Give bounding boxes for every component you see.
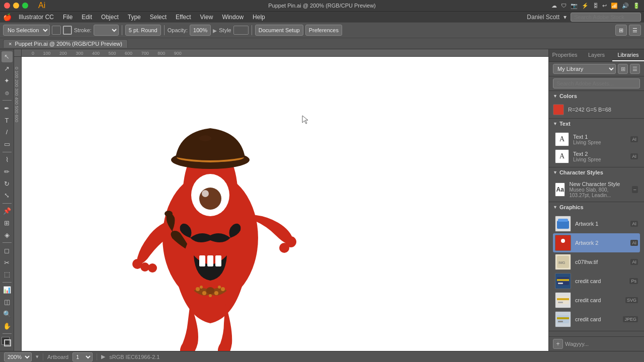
menu-file[interactable]: File — [59, 13, 76, 21]
panel-scroll[interactable]: ▼ Colors R=242 G=5 B=68 ▼ Text — [549, 91, 644, 336]
preferences-button[interactable]: Preferences — [305, 25, 342, 36]
graphic-item-tif[interactable]: IMG c07lhw.tif AI — [553, 252, 640, 272]
char-style-item-1[interactable]: Aa New Character Style Museo Slab, 800, … — [553, 179, 640, 200]
tab-layers[interactable]: Layers — [581, 49, 612, 61]
graphic-item-cc-ps[interactable]: credit card Ps — [553, 272, 640, 291]
pen-tool[interactable]: ✒ — [2, 103, 13, 114]
doc-tab-close[interactable]: × — [9, 41, 12, 47]
gradient-tool[interactable]: ◫ — [2, 297, 13, 308]
arrange-button[interactable]: ⊞ — [615, 25, 627, 36]
svg-point-13 — [165, 211, 173, 217]
paintbrush-tool[interactable]: ⌇ — [2, 154, 13, 165]
stroke-box[interactable] — [4, 339, 11, 346]
library-more-options[interactable]: ☰ — [630, 64, 640, 74]
extras-button[interactable]: ☰ — [629, 25, 641, 36]
text-name-1: Text 1 — [573, 134, 601, 140]
menu-type[interactable]: Type — [124, 13, 145, 21]
apple-menu[interactable]: 🍎 — [3, 13, 12, 21]
panel-tabs: Properties Layers Libraries — [549, 49, 644, 62]
menu-effect[interactable]: Effect — [172, 13, 195, 21]
selection-tool[interactable]: ↖ — [2, 51, 13, 62]
char-styles-content: Aa New Character Style Museo Slab, 800, … — [549, 177, 644, 202]
graphic-item-cc-svg[interactable]: credit card SVG — [553, 291, 640, 310]
pencil-tool[interactable]: ✏ — [2, 166, 13, 177]
text-content: A Text 1 Living Spree AI A Text 2 Living… — [549, 129, 644, 167]
scale-tool[interactable]: ⤡ — [2, 190, 13, 201]
tif-name: c07lhw.tif — [575, 259, 626, 265]
char-style-delete[interactable]: − — [632, 186, 638, 193]
zoom-select[interactable]: 200% — [4, 352, 32, 361]
artboard-tool[interactable]: ⬚ — [2, 269, 13, 280]
canvas-area[interactable]: 0 100 200 300 400 500 600 700 800 900 0 … — [14, 49, 548, 351]
shape-builder-tool[interactable]: ◈ — [2, 230, 13, 241]
text-info-2: Text 2 Living Spree — [573, 151, 601, 162]
char-styles-header[interactable]: ▼ Character Styles — [549, 167, 644, 177]
hand-tool[interactable]: ✋ — [2, 320, 13, 331]
selection-dropdown[interactable]: No Selection — [3, 25, 50, 36]
direct-selection-tool[interactable]: ↗ — [2, 63, 13, 74]
search-adobe-stock[interactable] — [571, 13, 641, 22]
colors-section-header[interactable]: ▼ Colors — [549, 91, 644, 101]
document-setup-button[interactable]: Document Setup — [255, 25, 303, 36]
add-to-library-button[interactable]: + — [553, 339, 563, 349]
eraser-tool[interactable]: ◻ — [2, 245, 13, 256]
puppet-pin-tool[interactable]: 📌 — [2, 206, 13, 217]
user-chevron[interactable]: ▾ — [564, 14, 567, 21]
menu-select[interactable]: Select — [146, 13, 171, 21]
toolbar: No Selection Stroke: 5 pt. Round Opacity… — [0, 22, 644, 38]
cc-jpeg-badge: JPEG — [623, 316, 638, 322]
character-styles-section: ▼ Character Styles Aa New Character Styl… — [549, 167, 644, 202]
cursor — [301, 115, 311, 126]
stroke-color-swatch[interactable] — [63, 26, 72, 35]
opacity-value[interactable]: 100% — [190, 25, 211, 36]
graph-tool[interactable]: 📊 — [2, 285, 13, 296]
color-item-1[interactable]: R=242 G=5 B=68 — [553, 103, 640, 116]
menu-edit[interactable]: Edit — [77, 13, 96, 21]
library-select[interactable]: My Library — [553, 64, 616, 74]
panel-bottom: + Wagyyy... — [549, 336, 644, 351]
color-boxes[interactable] — [2, 337, 13, 348]
artboard-select[interactable]: 1 — [72, 352, 93, 361]
stroke-value-dropdown[interactable] — [94, 25, 119, 36]
library-grid-view[interactable]: ⊞ — [618, 64, 628, 74]
maximize-button[interactable] — [22, 3, 28, 9]
scissors-tool[interactable]: ✂ — [2, 257, 13, 268]
graphics-section-header[interactable]: ▼ Graphics — [549, 202, 644, 212]
library-search[interactable] — [553, 78, 640, 88]
traffic-lights[interactable] — [4, 3, 28, 9]
style-swatch[interactable] — [233, 26, 249, 35]
text-sub-1: Living Spree — [573, 140, 601, 145]
graphic-item-cc-jpeg[interactable]: credit card JPEG — [553, 310, 640, 329]
graphic-item-artwork1[interactable]: Artwork 1 AI — [553, 214, 640, 233]
text-item-1[interactable]: A Text 1 Living Spree AI — [553, 131, 640, 148]
menu-view[interactable]: View — [196, 13, 217, 21]
tab-libraries[interactable]: Libraries — [612, 49, 644, 61]
canvas-surface[interactable] — [22, 57, 548, 351]
text-item-2[interactable]: A Text 2 Living Spree AI — [553, 148, 640, 165]
tab-properties[interactable]: Properties — [549, 49, 581, 61]
text-badge-1: AI — [630, 136, 638, 142]
magic-wand-tool[interactable]: ✦ — [2, 75, 13, 86]
rotate-tool[interactable]: ↻ — [2, 178, 13, 189]
minimize-button[interactable] — [13, 3, 19, 9]
fill-color-swatch[interactable] — [52, 26, 61, 35]
document-tab[interactable]: × Puppet Pin.ai @ 200% (RGB/CPU Preview) — [3, 39, 128, 48]
colors-content: R=242 G=5 B=68 — [549, 101, 644, 118]
free-transform-tool[interactable]: ⊞ — [2, 218, 13, 229]
text-section-header[interactable]: ▼ Text — [549, 119, 644, 129]
artwork1-thumb — [555, 216, 571, 232]
menu-object[interactable]: Object — [97, 13, 123, 21]
color-swatch-1[interactable] — [553, 104, 564, 115]
play-button[interactable]: ▶ — [101, 353, 105, 360]
brush-size-button[interactable]: 5 pt. Round — [125, 25, 161, 36]
type-tool[interactable]: T — [2, 115, 13, 126]
zoom-tool[interactable]: 🔍 — [2, 308, 13, 319]
rectangle-tool[interactable]: ▭ — [2, 139, 13, 150]
menu-help[interactable]: Help — [249, 13, 269, 21]
menu-window[interactable]: Window — [218, 13, 248, 21]
close-button[interactable] — [4, 3, 10, 9]
line-tool[interactable]: / — [2, 127, 13, 138]
menu-illustrator[interactable]: Illustrator CC — [15, 13, 58, 21]
lasso-tool[interactable]: ⌾ — [2, 87, 13, 98]
graphic-item-artwork2[interactable]: Artwork 2 AI — [553, 233, 640, 252]
